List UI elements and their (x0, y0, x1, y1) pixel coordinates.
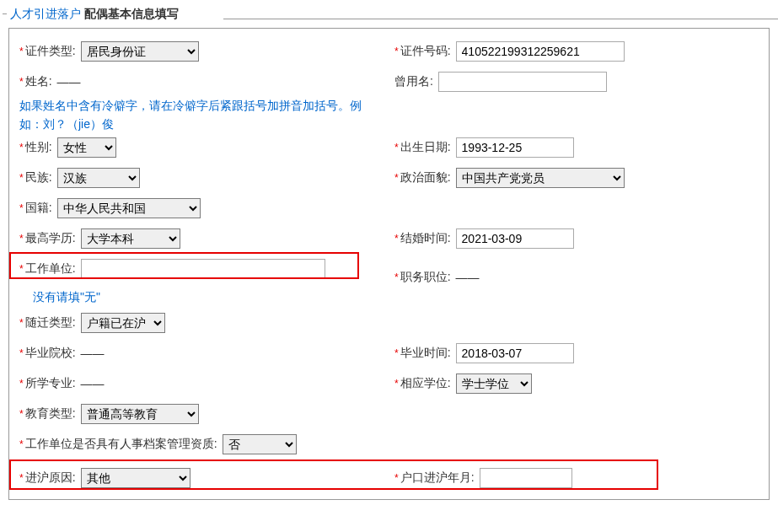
required-marker: * (394, 233, 399, 245)
required-marker: * (19, 172, 24, 184)
label-grad-school: 毕业院校: (25, 346, 76, 361)
input-former-name[interactable] (438, 72, 607, 92)
select-nationality[interactable]: 中华人民共和国 (57, 198, 201, 218)
label-former-name: 曾用名: (394, 74, 433, 89)
select-gender[interactable]: 女性 (57, 137, 116, 158)
required-marker: * (394, 271, 399, 283)
label-position: 职务职位: (400, 270, 451, 285)
select-degree[interactable]: 学士学位 (456, 373, 532, 394)
select-sh-reason[interactable]: 其他 (81, 468, 190, 488)
select-move-type[interactable]: 户籍已在沪 (81, 313, 165, 333)
label-id-type: 证件类型: (25, 44, 76, 59)
page-title: 配偶基本信息填写 (84, 7, 179, 20)
select-edu-type[interactable]: 普通高等教育 (81, 404, 199, 424)
value-name: —— (57, 75, 81, 89)
input-id-number[interactable] (456, 41, 625, 62)
select-id-type[interactable]: 居民身份证 (81, 41, 199, 62)
required-marker: * (394, 142, 399, 153)
label-name: 姓名: (25, 74, 52, 89)
input-marry-time[interactable] (456, 228, 574, 249)
required-marker: * (19, 438, 24, 450)
required-marker: * (19, 263, 24, 275)
label-nation: 民族: (25, 170, 52, 185)
hint-work-unit: 没有请填"无" (14, 290, 764, 305)
required-marker: * (394, 378, 399, 390)
select-political[interactable]: 中国共产党党员 (456, 168, 625, 188)
required-marker: * (394, 172, 399, 184)
label-sh-date: 户口进沪年月: (400, 470, 475, 486)
label-grad-time: 毕业时间: (400, 346, 451, 361)
select-education[interactable]: 大学本科 (81, 228, 180, 249)
label-sh-reason: 进沪原因: (25, 470, 76, 486)
required-marker: * (19, 142, 24, 153)
label-birth-date: 出生日期: (400, 140, 451, 155)
label-degree: 相应学位: (400, 376, 451, 391)
hint-name: 如果姓名中含有冷僻字，请在冷僻字后紧跟括号加拼音加括号。例如：刘？（jie）俊 (19, 96, 373, 133)
required-marker: * (394, 472, 399, 484)
label-major: 所学专业: (25, 376, 76, 391)
label-move-type: 随迁类型: (25, 315, 76, 330)
required-marker: * (19, 472, 24, 484)
required-marker: * (19, 347, 24, 359)
label-gender: 性别: (25, 140, 52, 155)
label-political: 政治面貌: (400, 170, 451, 185)
label-education: 最高学历: (25, 231, 76, 246)
select-nation[interactable]: 汉族 (57, 168, 140, 188)
required-marker: * (19, 378, 24, 390)
input-grad-time[interactable] (456, 343, 574, 363)
required-marker: * (394, 46, 399, 57)
label-nationality: 国籍: (25, 201, 52, 216)
value-position: —— (456, 271, 480, 284)
input-work-unit[interactable] (81, 259, 325, 279)
required-marker: * (19, 202, 24, 214)
required-marker: * (19, 233, 24, 245)
label-work-unit: 工作单位: (25, 261, 76, 277)
select-has-archive[interactable]: 否 (223, 434, 297, 454)
required-marker: * (19, 317, 24, 329)
label-id-number: 证件号码: (400, 44, 451, 59)
required-marker: * (394, 347, 399, 359)
required-marker: * (19, 76, 24, 88)
value-major: —— (81, 377, 105, 390)
required-marker: * (19, 408, 24, 420)
value-grad-school: —— (81, 347, 105, 360)
breadcrumb-link[interactable]: 人才引进落户 (10, 7, 81, 20)
required-marker: * (19, 46, 24, 57)
label-marry-time: 结婚时间: (400, 231, 451, 246)
input-birth-date[interactable] (456, 137, 574, 158)
label-edu-type: 教育类型: (25, 406, 76, 422)
form-container: * 证件类型: 居民身份证 * 证件号码: * 姓名: —— 如果姓名中含有冷僻… (8, 28, 770, 500)
input-sh-date[interactable] (480, 468, 572, 488)
label-has-archive: 工作单位是否具有人事档案管理资质: (25, 437, 217, 452)
